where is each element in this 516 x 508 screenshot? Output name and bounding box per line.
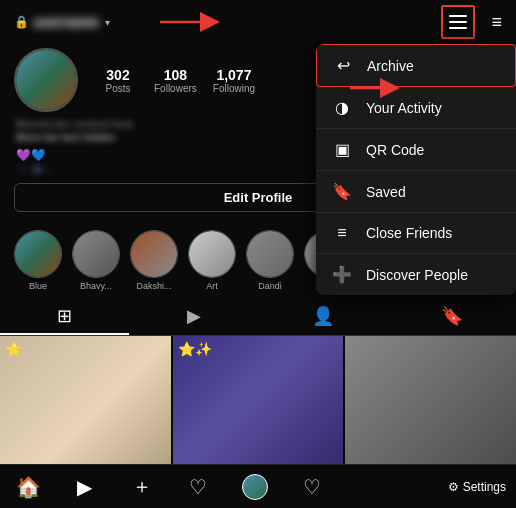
dropdown-qrcode-item[interactable]: ▣ QR Code — [316, 129, 516, 171]
hamburger-button[interactable] — [441, 5, 475, 39]
archive-label: Archive — [367, 58, 414, 74]
nav-activity[interactable]: ♡ — [178, 467, 218, 507]
activity-icon: ◑ — [332, 98, 352, 117]
tab-tagged[interactable]: 👤 — [258, 299, 387, 335]
dropdown-archive-item[interactable]: ↩ Archive — [316, 44, 516, 87]
posts-label: Posts — [105, 83, 130, 94]
reels-tab-icon: ▶ — [187, 305, 201, 327]
tab-row: ⊞ ▶ 👤 🔖 — [0, 299, 516, 336]
highlight-label: Art — [206, 281, 218, 291]
closefriends-icon: ≡ — [332, 224, 352, 242]
highlight-item[interactable]: Dandi — [246, 230, 294, 291]
following-stat: 1,077 Following — [213, 67, 255, 94]
discover-icon: ➕ — [332, 265, 352, 284]
nav-home[interactable]: 🏠 — [8, 467, 48, 507]
highlight-item[interactable]: Blue — [14, 230, 62, 291]
dropdown-closefriends-item[interactable]: ≡ Close Friends — [316, 213, 516, 254]
highlight-item[interactable]: Art — [188, 230, 236, 291]
qrcode-icon: ▣ — [332, 140, 352, 159]
highlight-circle — [246, 230, 294, 278]
nav-profile[interactable] — [235, 467, 275, 507]
dropdown-menu: ↩ Archive ◑ Your Activity ▣ QR Code 🔖 Sa… — [316, 44, 516, 295]
username-display: username — [33, 14, 99, 30]
discover-label: Discover People — [366, 267, 468, 283]
tagged-tab-icon: 👤 — [312, 305, 334, 327]
header-right: ≡ — [441, 5, 502, 39]
highlight-circle — [72, 230, 120, 278]
followers-label: Followers — [154, 83, 197, 94]
nav-like[interactable]: ♡ — [292, 467, 332, 507]
bottom-nav: 🏠 ▶ ＋ ♡ ♡ ⚙ Settings — [0, 464, 516, 508]
following-count: 1,077 — [216, 67, 251, 83]
highlight-label: Dakshi... — [136, 281, 171, 291]
highlight-label: Blue — [29, 281, 47, 291]
hamburger-line — [449, 21, 467, 23]
archive-icon: ↩ — [333, 56, 353, 75]
saved-icon: 🔖 — [332, 182, 352, 201]
highlight-item[interactable]: Dakshi... — [130, 230, 178, 291]
highlight-circle — [14, 230, 62, 278]
dropdown-discover-item[interactable]: ➕ Discover People — [316, 254, 516, 295]
avatar — [14, 48, 78, 112]
nav-reels[interactable]: ▶ — [65, 467, 105, 507]
header: 🔒 username ▾ ≡ — [0, 0, 516, 44]
activity-label: Your Activity — [366, 100, 442, 116]
tab-saved[interactable]: 🔖 — [387, 299, 516, 335]
hamburger-line — [449, 27, 467, 29]
highlight-circle — [130, 230, 178, 278]
highlight-item[interactable]: Bhavy... — [72, 230, 120, 291]
highlight-circle — [188, 230, 236, 278]
sticker: ⭐ — [5, 341, 22, 357]
lock-icon: 🔒 — [14, 15, 29, 29]
like-icon: ♡ — [303, 475, 321, 499]
tab-reels[interactable]: ▶ — [129, 299, 258, 335]
followers-count: 108 — [164, 67, 187, 83]
options-button[interactable]: ≡ — [491, 12, 502, 33]
nav-avatar — [242, 474, 268, 500]
settings-button[interactable]: ⚙ Settings — [448, 480, 506, 494]
grid-tab-icon: ⊞ — [57, 305, 72, 327]
nav-items: 🏠 ▶ ＋ ♡ ♡ — [0, 467, 340, 507]
qrcode-label: QR Code — [366, 142, 424, 158]
hamburger-line — [449, 15, 467, 17]
sticker: ⭐✨ — [178, 341, 212, 357]
saved-tab-icon: 🔖 — [441, 305, 463, 327]
highlight-label: Bhavy... — [80, 281, 112, 291]
tab-grid[interactable]: ⊞ — [0, 299, 129, 335]
header-left: 🔒 username ▾ — [14, 14, 110, 30]
reels-icon: ▶ — [77, 475, 92, 499]
saved-label: Saved — [366, 184, 406, 200]
home-icon: 🏠 — [16, 475, 41, 499]
posts-stat: 302 Posts — [98, 67, 138, 94]
heart-icon: ♡ — [189, 475, 207, 499]
followers-stat: 108 Followers — [154, 67, 197, 94]
closefriends-label: Close Friends — [366, 225, 452, 241]
highlight-label: Dandi — [258, 281, 282, 291]
add-icon: ＋ — [132, 473, 152, 500]
dropdown-activity-item[interactable]: ◑ Your Activity — [316, 87, 516, 129]
following-label: Following — [213, 83, 255, 94]
posts-count: 302 — [106, 67, 129, 83]
chevron-down-icon: ▾ — [105, 17, 110, 28]
avatar-image — [16, 50, 76, 110]
dropdown-saved-item[interactable]: 🔖 Saved — [316, 171, 516, 213]
nav-add[interactable]: ＋ — [122, 467, 162, 507]
